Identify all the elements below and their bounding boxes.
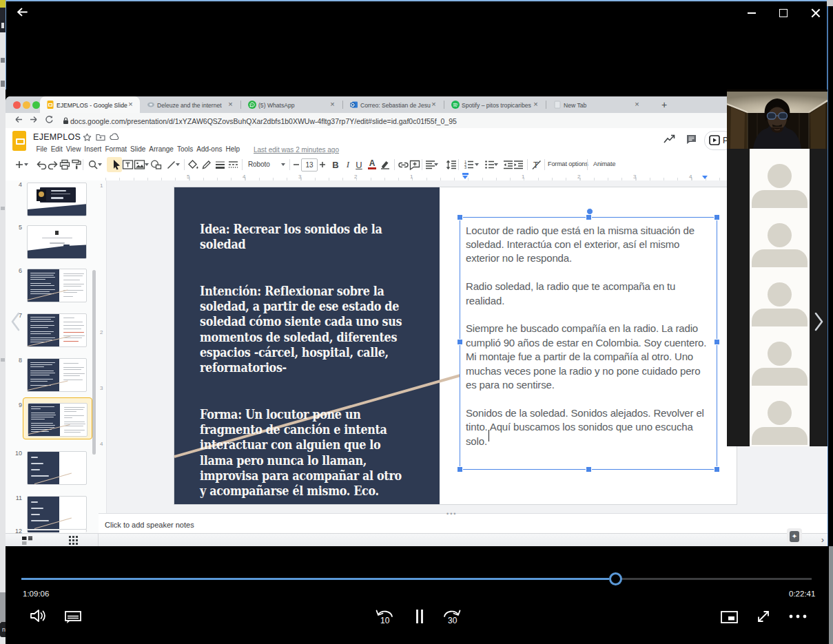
right-indent-marker[interactable]: [702, 176, 708, 179]
progress-bar-remaining[interactable]: [621, 578, 812, 580]
resize-handle-ne[interactable]: [714, 214, 720, 220]
font-size-field[interactable]: 13: [301, 158, 318, 172]
resize-handle-n[interactable]: [586, 214, 592, 220]
volume-icon[interactable]: [29, 608, 47, 623]
menu-format[interactable]: Format: [103, 145, 129, 155]
numbered-list-dropdown-icon[interactable]: [475, 163, 479, 166]
format-options-button[interactable]: Format options: [548, 160, 588, 167]
underline-button[interactable]: U: [352, 158, 366, 172]
video-frame[interactable]: EJEMPLOS - Google Slides × Deleuze and t…: [6, 90, 827, 546]
border-dash-icon[interactable]: [226, 158, 240, 172]
fill-color-icon[interactable]: [186, 158, 200, 172]
tab-close-icon[interactable]: ×: [430, 101, 438, 108]
font-size-increase[interactable]: [318, 158, 327, 172]
slide-thumbnail-7[interactable]: [27, 313, 87, 347]
border-color-icon[interactable]: [200, 158, 214, 172]
resize-handle-w[interactable]: [457, 339, 463, 345]
new-tab-button[interactable]: +: [659, 99, 670, 110]
slide-thumbnail-5[interactable]: [27, 225, 87, 259]
tab-close-icon[interactable]: ×: [127, 101, 134, 108]
selected-textbox[interactable]: Locutor de radio que está en la misma si…: [460, 217, 717, 470]
explore-button[interactable]: ✦: [787, 528, 802, 545]
font-dropdown-icon[interactable]: [281, 163, 285, 166]
slide-text-intencion[interactable]: Intención: Reflexionar sobre la soledad,…: [200, 284, 402, 375]
webcam-video[interactable]: [727, 90, 827, 149]
progress-handle[interactable]: [609, 572, 622, 585]
resize-handle-e[interactable]: [714, 339, 720, 345]
player-previous-icon[interactable]: [10, 311, 21, 335]
mac-close-light[interactable]: [13, 101, 21, 109]
tab-close-icon[interactable]: ×: [532, 101, 539, 108]
line-spacing-icon[interactable]: [444, 158, 458, 172]
menu-help[interactable]: Help: [224, 145, 242, 155]
clear-formatting-icon[interactable]: T: [530, 158, 544, 172]
animate-button[interactable]: Animate: [593, 160, 615, 167]
slide-title-idea[interactable]: Idea: Recrear los sonidos de la soledad: [200, 222, 382, 252]
player-back-icon[interactable]: [17, 7, 28, 17]
font-family-select[interactable]: Roboto: [248, 160, 270, 168]
paint-format-icon[interactable]: [70, 158, 83, 172]
tab-whatsapp[interactable]: (5) WhatsApp ×: [242, 96, 342, 113]
mac-zoom-light[interactable]: [32, 101, 40, 109]
browser-back-icon[interactable]: [14, 115, 23, 126]
fullscreen-icon[interactable]: [755, 608, 772, 625]
bold-button[interactable]: B: [329, 158, 342, 172]
increase-indent-icon[interactable]: [511, 158, 525, 172]
menu-addons[interactable]: Add-ons: [195, 145, 224, 155]
left-indent-marker[interactable]: [462, 176, 468, 179]
insert-comment-icon[interactable]: [408, 158, 422, 172]
pause-icon[interactable]: [414, 608, 425, 625]
tab-close-icon[interactable]: ×: [227, 101, 234, 108]
move-folder-icon[interactable]: [96, 133, 105, 143]
progress-bar-played[interactable]: [21, 578, 609, 580]
border-weight-icon[interactable]: [213, 158, 227, 172]
font-size-decrease[interactable]: [292, 158, 300, 172]
resize-handle-s[interactable]: [586, 466, 592, 472]
more-options-icon[interactable]: [789, 614, 807, 619]
star-icon[interactable]: [83, 133, 92, 144]
insert-image-icon[interactable]: [132, 158, 146, 172]
mac-minimize-light[interactable]: [23, 101, 30, 109]
document-title[interactable]: EJEMPLOS: [33, 132, 81, 142]
tab-google-slides[interactable]: EJEMPLOS - Google Slides ×: [40, 96, 140, 113]
tab-new-tab[interactable]: New Tab ×: [547, 96, 646, 113]
slide-thumbnail-8[interactable]: [27, 358, 87, 392]
google-slides-logo[interactable]: [12, 131, 26, 151]
menu-edit[interactable]: Edit: [49, 145, 64, 155]
window-maximize-icon[interactable]: [779, 9, 788, 17]
slide-thumbnail-12[interactable]: [27, 529, 87, 532]
resize-handle-sw[interactable]: [457, 466, 463, 472]
menu-arrange[interactable]: Arrange: [147, 145, 176, 155]
bulleted-list-dropdown-icon[interactable]: [494, 163, 498, 166]
slide-thumbnail-6[interactable]: [27, 269, 87, 302]
tab-deleuze[interactable]: Deleuze and the internet ×: [141, 96, 240, 113]
shape-tool-icon[interactable]: [149, 158, 163, 172]
forward-30-icon[interactable]: 30: [442, 607, 462, 625]
menu-file[interactable]: File: [34, 145, 49, 155]
captions-icon[interactable]: [65, 610, 81, 624]
rewind-10-icon[interactable]: 10: [374, 607, 395, 625]
align-dropdown-icon[interactable]: [434, 163, 438, 166]
slide-thumbnail-11[interactable]: [27, 496, 87, 530]
menu-view[interactable]: View: [64, 145, 83, 155]
slide-thumbnail-9[interactable]: [28, 403, 88, 437]
menu-slide[interactable]: Slide: [129, 145, 147, 155]
tab-spotify[interactable]: Spotify – pitos tropicaribes ×: [445, 96, 545, 113]
picture-in-picture-icon[interactable]: [721, 611, 738, 623]
text-color-button[interactable]: A: [365, 158, 379, 172]
filmstrip-scrollbar[interactable]: [92, 270, 96, 455]
comment-header-icon[interactable]: [686, 134, 699, 146]
slide-text-forma[interactable]: Forma: Un locutor pone un fragmento de c…: [200, 407, 402, 499]
tab-close-icon[interactable]: ×: [329, 101, 336, 108]
lock-icon[interactable]: [63, 116, 69, 127]
browser-forward-icon[interactable]: [29, 115, 38, 126]
url-text[interactable]: docs.google.com/presentation/d/1xYZAW6QS…: [70, 117, 457, 125]
filmstrip-view-icon[interactable]: [22, 536, 32, 545]
numbered-list-icon[interactable]: 123: [462, 158, 475, 172]
browser-addressbar[interactable]: docs.google.com/presentation/d/1xYZAW6QS…: [6, 113, 827, 129]
menu-tools[interactable]: Tools: [175, 145, 194, 155]
line-dropdown-icon[interactable]: [176, 163, 180, 166]
browser-reload-icon[interactable]: [45, 115, 54, 126]
menu-insert[interactable]: Insert: [83, 145, 103, 155]
side-panel-chevron-icon[interactable]: ›: [821, 534, 824, 545]
